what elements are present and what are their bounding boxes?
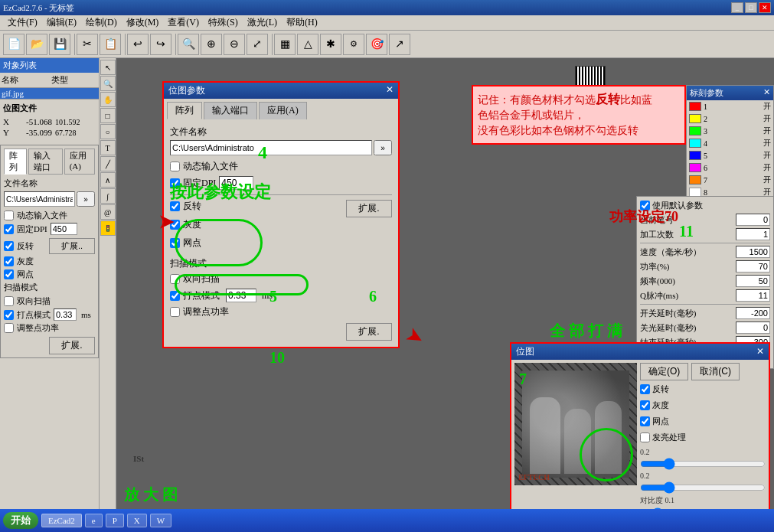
menu-draw[interactable]: 绘制(D) bbox=[81, 15, 122, 30]
menu-help[interactable]: 帮助(H) bbox=[282, 15, 322, 30]
current-pen-input[interactable] bbox=[736, 214, 770, 226]
line-tool[interactable]: ╱ bbox=[100, 156, 116, 171]
big-dpi-check[interactable] bbox=[170, 178, 180, 188]
browse-button[interactable]: » bbox=[77, 191, 95, 207]
canvas-area[interactable]: 按此参数设定 4 5 6 10 记住：有颜色材料才勾选反转比如蓝 色铝合金手机或… bbox=[116, 58, 774, 532]
big-tab-apply[interactable]: 应用(A) bbox=[259, 102, 307, 119]
small-tab-apply[interactable]: 应用(A) bbox=[64, 149, 95, 175]
small-tab-input[interactable]: 输入端口 bbox=[28, 149, 63, 175]
reverse-check[interactable] bbox=[4, 241, 14, 251]
brightness-slider[interactable] bbox=[640, 458, 766, 470]
color-row-7[interactable]: 7 开 bbox=[687, 174, 773, 186]
dotmatrix-check[interactable] bbox=[4, 269, 14, 279]
undo-button[interactable]: ↩ bbox=[127, 34, 149, 55]
bezier-tool[interactable]: ∫ bbox=[100, 188, 116, 204]
paste-button[interactable]: 📋 bbox=[100, 34, 121, 55]
open-button[interactable]: 📂 bbox=[26, 34, 47, 55]
big-browse-btn[interactable]: » bbox=[374, 140, 392, 155]
target-button[interactable]: 🎯 bbox=[366, 34, 387, 55]
fit-button[interactable]: ⤢ bbox=[247, 34, 268, 55]
adjust-power-check[interactable] bbox=[4, 323, 14, 333]
big-reverse-check[interactable] bbox=[170, 201, 180, 211]
bidir-check[interactable] bbox=[4, 296, 14, 306]
menu-special[interactable]: 特殊(S) bbox=[204, 15, 243, 30]
color-row-6[interactable]: 6 开 bbox=[687, 162, 773, 174]
star-button[interactable]: ✱ bbox=[320, 34, 341, 55]
big-dialog-close[interactable]: ✕ bbox=[386, 84, 394, 97]
menu-laser[interactable]: 激光(L) bbox=[243, 15, 282, 30]
taskbar-ppt[interactable]: P bbox=[106, 514, 124, 527]
color-bar-close[interactable]: ✕ bbox=[763, 87, 770, 99]
minimize-button[interactable]: _ bbox=[731, 2, 743, 13]
taskbar-ie[interactable]: e bbox=[85, 514, 103, 527]
zoom-in-button[interactable]: ⊕ bbox=[201, 34, 222, 55]
start-button[interactable]: 开始 bbox=[3, 512, 38, 529]
big-dpi-input[interactable] bbox=[219, 176, 253, 190]
zoom-out-button[interactable]: ⊖ bbox=[224, 34, 245, 55]
zoom-button[interactable]: 🔍 bbox=[178, 34, 199, 55]
redo-button[interactable]: ↪ bbox=[150, 34, 171, 55]
rectangle-tool[interactable]: □ bbox=[100, 108, 116, 123]
pos-glow-check[interactable] bbox=[640, 432, 650, 442]
maximize-button[interactable]: □ bbox=[745, 2, 757, 13]
off-delay-input[interactable] bbox=[736, 321, 770, 334]
big-bidir-check[interactable] bbox=[170, 274, 180, 284]
menu-view[interactable]: 查看(V) bbox=[163, 15, 204, 30]
taskbar-ezcad[interactable]: EzCad2 bbox=[41, 514, 82, 527]
color-row-5[interactable]: 5 开 bbox=[687, 149, 773, 162]
pos-dialog-close[interactable]: ✕ bbox=[756, 346, 764, 357]
close-button[interactable]: ✕ bbox=[759, 2, 771, 13]
settings-button[interactable]: ⚙ bbox=[343, 34, 364, 55]
dynamic-input-check[interactable] bbox=[4, 211, 14, 220]
polyline-tool[interactable]: ∧ bbox=[100, 172, 116, 188]
process-count-input[interactable] bbox=[736, 228, 770, 240]
dpi-input[interactable] bbox=[51, 223, 77, 235]
arrow-button[interactable]: ↗ bbox=[389, 34, 410, 55]
pos-grayscale-check[interactable] bbox=[640, 400, 650, 410]
big-dotmode-input[interactable] bbox=[226, 289, 256, 302]
color-row-3[interactable]: 3 开 bbox=[687, 125, 773, 137]
big-file-path-input[interactable] bbox=[170, 140, 372, 155]
menu-file[interactable]: 文件(F) bbox=[3, 15, 42, 30]
save-button[interactable]: 💾 bbox=[49, 34, 70, 55]
new-button[interactable]: 📄 bbox=[3, 34, 24, 55]
big-dotmatrix-check[interactable] bbox=[170, 238, 180, 248]
dotmode-check[interactable] bbox=[4, 310, 14, 320]
qpulse-input[interactable] bbox=[736, 289, 770, 302]
object-row-gif[interactable]: gif.jpg bbox=[0, 88, 99, 99]
pos-reverse-check[interactable] bbox=[640, 384, 650, 394]
dotmode-input[interactable] bbox=[54, 308, 77, 321]
pos-confirm-btn[interactable]: 确定(O) bbox=[640, 363, 688, 380]
brightness-slider2[interactable] bbox=[640, 481, 766, 494]
pos-cancel-btn[interactable]: 取消(C) bbox=[691, 363, 740, 380]
triangle-button[interactable]: △ bbox=[297, 34, 318, 55]
pos-dotmatrix-check[interactable] bbox=[640, 416, 650, 426]
freq-input[interactable] bbox=[736, 275, 770, 287]
window-controls[interactable]: _ □ ✕ bbox=[731, 2, 771, 13]
on-delay-input[interactable] bbox=[736, 307, 770, 319]
big-dotmode-check[interactable] bbox=[170, 291, 180, 301]
small-tab-array[interactable]: 阵列 bbox=[4, 149, 27, 175]
text-tool[interactable]: T bbox=[100, 140, 116, 155]
fixed-dpi-check[interactable] bbox=[4, 224, 14, 234]
taskbar-word[interactable]: W bbox=[150, 514, 171, 527]
big-tab-input[interactable]: 输入端口 bbox=[204, 102, 257, 119]
zoom-tool[interactable]: 🔍 bbox=[100, 76, 116, 91]
color-row-4[interactable]: 4 开 bbox=[687, 137, 773, 149]
pan-tool[interactable]: ✋ bbox=[100, 92, 116, 107]
menu-edit[interactable]: 编辑(E) bbox=[42, 15, 81, 30]
color-row-1[interactable]: 1 开 bbox=[687, 100, 773, 113]
power-input[interactable] bbox=[736, 260, 770, 273]
expand-btn-2[interactable]: 扩展. bbox=[49, 337, 95, 354]
spiral-tool[interactable]: @ bbox=[100, 204, 116, 220]
select-tool[interactable]: ↖ bbox=[100, 60, 116, 75]
grid-button[interactable]: ▦ bbox=[274, 34, 296, 55]
file-path-input[interactable] bbox=[4, 191, 75, 207]
ellipse-tool[interactable]: ○ bbox=[100, 124, 116, 139]
big-expand-btn-2[interactable]: 扩展. bbox=[346, 323, 392, 341]
taskbar-excel[interactable]: X bbox=[127, 514, 147, 527]
big-expand-btn[interactable]: 扩展. bbox=[346, 200, 392, 217]
expand-btn-1[interactable]: 扩展.. bbox=[49, 238, 95, 254]
grayscale-check[interactable] bbox=[4, 256, 14, 266]
big-adjpower-check[interactable] bbox=[170, 307, 180, 317]
